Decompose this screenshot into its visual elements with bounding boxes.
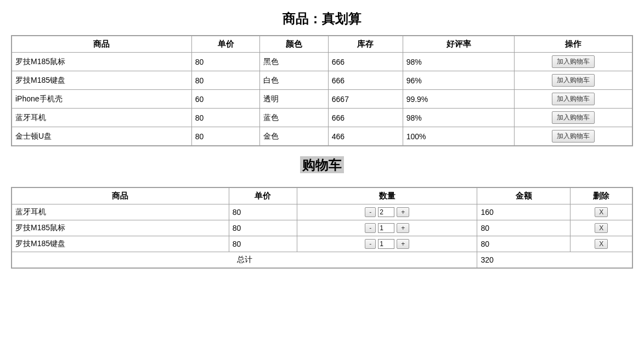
product-stock: 666 [328, 109, 403, 127]
add-to-cart-button[interactable]: 加入购物车 [552, 93, 595, 105]
qty-input[interactable] [378, 207, 394, 217]
product-rating: 96% [403, 71, 515, 90]
product-stock: 666 [328, 53, 403, 71]
product-name: 金士顿U盘 [12, 127, 191, 146]
qty-plus-button[interactable]: + [397, 223, 409, 233]
product-price: 80 [191, 109, 260, 127]
products-header-stock: 库存 [328, 36, 403, 53]
product-color: 蓝色 [260, 109, 329, 127]
table-row: 罗技M185键盘80-+80X [12, 236, 632, 252]
cart-item-name: 罗技M185键盘 [12, 236, 229, 252]
product-name: iPhone手机壳 [12, 90, 191, 109]
product-stock: 666 [328, 71, 403, 90]
qty-plus-button[interactable]: + [397, 207, 409, 217]
cart-total-label: 总计 [12, 252, 477, 269]
product-name: 蓝牙耳机 [12, 109, 191, 127]
table-row: 金士顿U盘80金色466100%加入购物车 [12, 127, 632, 146]
delete-button[interactable]: X [595, 223, 608, 233]
qty-minus-button[interactable]: - [365, 207, 376, 217]
product-name: 罗技M185键盘 [12, 71, 191, 90]
table-row: 罗技M185鼠标80黑色66698%加入购物车 [12, 53, 632, 71]
product-name: 罗技M185鼠标 [12, 53, 191, 71]
cart-item-price: 80 [229, 204, 297, 220]
qty-minus-button[interactable]: - [365, 223, 376, 233]
cart-header-price: 单价 [229, 187, 297, 204]
product-price: 60 [191, 90, 260, 109]
product-price: 80 [191, 127, 260, 146]
product-color: 透明 [260, 90, 329, 109]
products-header-price: 单价 [191, 36, 260, 53]
cart-item-amount: 80 [477, 220, 570, 236]
product-rating: 99.9% [403, 90, 515, 109]
products-header-color: 颜色 [260, 36, 329, 53]
cart-title: 购物车 [11, 156, 633, 174]
product-color: 白色 [260, 71, 329, 90]
cart-header-qty: 数量 [297, 187, 477, 204]
add-to-cart-button[interactable]: 加入购物车 [552, 111, 595, 124]
quantity-stepper: -+ [365, 207, 409, 217]
product-rating: 98% [403, 109, 515, 127]
cart-item-name: 罗技M185鼠标 [12, 220, 229, 236]
cart-item-amount: 80 [477, 236, 570, 252]
products-table: 商品 单价 颜色 库存 好评率 操作 罗技M185鼠标80黑色66698%加入购… [11, 35, 633, 146]
qty-input[interactable] [378, 239, 394, 249]
product-stock: 6667 [328, 90, 403, 109]
product-price: 80 [191, 53, 260, 71]
qty-input[interactable] [378, 223, 394, 233]
cart-item-price: 80 [229, 220, 297, 236]
cart-header-amount: 金额 [477, 187, 570, 204]
cart-total-value: 320 [477, 252, 632, 269]
table-row: iPhone手机壳60透明666799.9%加入购物车 [12, 90, 632, 109]
table-row: 罗技M185键盘80白色66696%加入购物车 [12, 71, 632, 90]
product-rating: 98% [403, 53, 515, 71]
products-header-action: 操作 [515, 36, 632, 53]
quantity-stepper: -+ [365, 239, 409, 249]
cart-item-name: 蓝牙耳机 [12, 204, 229, 220]
qty-plus-button[interactable]: + [397, 239, 409, 249]
product-color: 黑色 [260, 53, 329, 71]
table-row: 罗技M185鼠标80-+80X [12, 220, 632, 236]
cart-header-name: 商品 [12, 187, 229, 204]
table-row: 蓝牙耳机80蓝色66698%加入购物车 [12, 109, 632, 127]
add-to-cart-button[interactable]: 加入购物车 [552, 130, 595, 143]
cart-header-delete: 删除 [570, 187, 632, 204]
add-to-cart-button[interactable]: 加入购物车 [552, 74, 595, 87]
product-stock: 466 [328, 127, 403, 146]
quantity-stepper: -+ [365, 223, 409, 233]
delete-button[interactable]: X [595, 207, 608, 217]
add-to-cart-button[interactable]: 加入购物车 [552, 55, 595, 68]
cart-item-price: 80 [229, 236, 297, 252]
qty-minus-button[interactable]: - [365, 239, 376, 249]
product-rating: 100% [403, 127, 515, 146]
products-header-rating: 好评率 [403, 36, 515, 53]
products-title: 商品：真划算 [11, 10, 633, 27]
cart-table: 商品 单价 数量 金额 删除 蓝牙耳机80-+160X罗技M185鼠标80-+8… [11, 187, 633, 269]
table-row: 蓝牙耳机80-+160X [12, 204, 632, 220]
delete-button[interactable]: X [595, 239, 608, 249]
product-color: 金色 [260, 127, 329, 146]
products-header-name: 商品 [12, 36, 191, 53]
product-price: 80 [191, 71, 260, 90]
cart-item-amount: 160 [477, 204, 570, 220]
